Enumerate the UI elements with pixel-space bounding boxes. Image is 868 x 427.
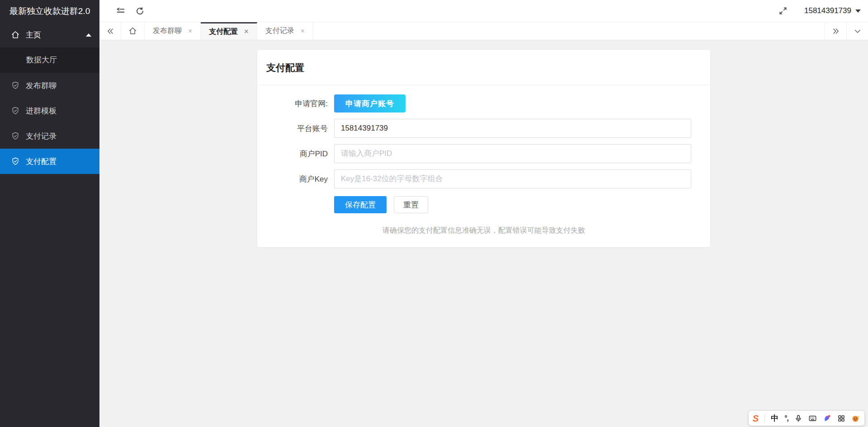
fullscreen-button[interactable] [774, 0, 793, 22]
sidebar-item-label: 进群模板 [26, 106, 57, 116]
keyboard-icon[interactable] [808, 414, 817, 422]
merchant-pid-label: 商户PID [257, 149, 334, 159]
emoji-assistant-icon[interactable] [851, 414, 860, 423]
tab-home[interactable] [121, 22, 145, 40]
punctuation-mode-icon[interactable]: °, [784, 415, 788, 422]
tab-label: 支付记录 [265, 26, 294, 36]
sidebar-item-label: 主页 [26, 30, 41, 40]
sidebar-item-label: 支付记录 [26, 131, 57, 141]
double-chevron-left-icon [106, 27, 115, 36]
tabbar-spacer [313, 22, 825, 40]
sidebar-item-payment-config[interactable]: 支付配置 [0, 149, 99, 174]
form-row-merchant-key: 商户Key [257, 169, 710, 188]
sidebar-item-label: 发布群聊 [26, 80, 57, 91]
platform-account-input[interactable] [334, 119, 691, 138]
payment-config-form: 申请官网: 申请商户账号 平台账号 商户PID 商户Key [257, 85, 710, 247]
topbar: 15814391739 [99, 0, 868, 22]
sidebar-item-payment-records[interactable]: 支付记录 [0, 123, 99, 149]
tab-close-icon[interactable]: × [244, 28, 248, 35]
tab-publish-group[interactable]: 发布群聊 × [145, 22, 201, 40]
merchant-key-label: 商户Key [257, 174, 334, 184]
tabs-scroll-left-button[interactable] [99, 22, 121, 40]
platform-account-label: 平台账号 [257, 123, 334, 134]
tab-payment-config[interactable]: 支付配置 × [201, 22, 257, 40]
tabs-scroll-right-button[interactable] [825, 22, 846, 40]
form-row-apply: 申请官网: 申请商户账号 [257, 94, 710, 113]
apply-merchant-account-button[interactable]: 申请商户账号 [334, 94, 406, 113]
refresh-button[interactable] [130, 0, 149, 22]
main-column: 15814391739 发布群聊 × 支付配置 [99, 0, 868, 427]
form-row-platform-account: 平台账号 [257, 119, 710, 138]
shield-check-icon [11, 157, 20, 166]
sidebar-item-home[interactable]: 主页 [0, 22, 99, 47]
topbar-right: 15814391739 [774, 0, 862, 22]
fullscreen-icon [778, 6, 788, 15]
chinese-mode-icon[interactable]: 中 [771, 414, 778, 422]
app-title: 最新独立收款进群2.0 [0, 0, 99, 22]
collapse-menu-icon [116, 6, 126, 16]
shield-check-icon [11, 106, 20, 115]
app-window: 最新独立收款进群2.0 主页 数据大厅 发布群聊 [0, 0, 868, 427]
caret-down-icon [855, 9, 861, 13]
input-method-tray: S 中 °, [749, 411, 864, 426]
form-row-merchant-pid: 商户PID [257, 144, 710, 163]
refresh-icon [135, 6, 145, 16]
double-chevron-right-icon [831, 27, 840, 36]
home-icon [11, 30, 20, 39]
reset-button[interactable]: 重置 [394, 196, 428, 213]
skin-icon[interactable] [823, 414, 831, 422]
tabbar: 发布群聊 × 支付配置 × 支付记录 × [99, 22, 868, 40]
sidebar-item-publish-group[interactable]: 发布群聊 [0, 73, 99, 98]
tab-close-icon[interactable]: × [188, 28, 192, 35]
sidebar-item-data-hall[interactable]: 数据大厅 [0, 47, 99, 73]
sidebar-item-label: 支付配置 [26, 156, 57, 167]
tabs-menu-button[interactable] [846, 22, 868, 40]
apply-site-label: 申请官网: [257, 99, 334, 109]
home-icon [128, 27, 137, 35]
tab-label: 发布群聊 [153, 26, 182, 36]
shield-check-icon [11, 131, 20, 141]
chevron-down-icon [854, 27, 862, 35]
save-config-button[interactable]: 保存配置 [334, 196, 387, 213]
config-warning-note: 请确保您的支付配置信息准确无误，配置错误可能导致支付失败 [257, 226, 710, 235]
merchant-pid-input[interactable] [334, 144, 691, 163]
sogou-logo-icon[interactable]: S [753, 414, 759, 423]
account-number: 15814391739 [804, 6, 851, 15]
form-actions: 保存配置 重置 [257, 196, 710, 213]
sidebar-item-label: 数据大厅 [26, 56, 57, 64]
card-title: 支付配置 [257, 50, 710, 85]
tab-label: 支付配置 [209, 27, 238, 37]
toolbox-grid-icon[interactable] [837, 414, 845, 422]
sidebar: 最新独立收款进群2.0 主页 数据大厅 发布群聊 [0, 0, 99, 427]
collapse-sidebar-button[interactable] [111, 0, 130, 22]
account-dropdown[interactable]: 15814391739 [804, 6, 862, 15]
tray-divider [764, 414, 765, 422]
merchant-key-input[interactable] [334, 169, 691, 188]
microphone-icon[interactable] [794, 414, 802, 422]
shield-check-icon [11, 81, 20, 90]
tab-payment-records[interactable]: 支付记录 × [257, 22, 313, 40]
tab-close-icon[interactable]: × [301, 28, 305, 35]
sidebar-nav: 主页 数据大厅 发布群聊 进群模板 [0, 22, 99, 174]
content-area: 支付配置 申请官网: 申请商户账号 平台账号 商户PID [99, 40, 868, 427]
caret-up-icon [86, 33, 91, 37]
sidebar-item-group-template[interactable]: 进群模板 [0, 98, 99, 123]
payment-config-card: 支付配置 申请官网: 申请商户账号 平台账号 商户PID [257, 49, 711, 248]
